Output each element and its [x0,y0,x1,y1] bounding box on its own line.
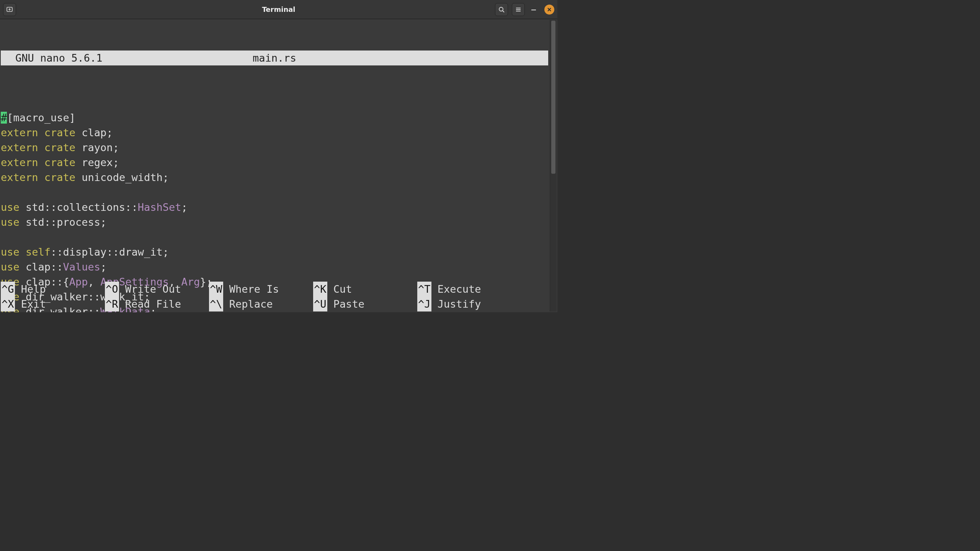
help-key: ^K [313,282,327,297]
help-key: ^G [1,282,15,297]
code-token: use [1,216,20,228]
help-item: ^J Justify [417,297,521,311]
help-key: ^R [105,297,119,311]
code-line[interactable]: extern crate regex; [1,155,548,170]
search-icon [498,6,505,13]
new-tab-icon [6,6,13,13]
titlebar-right [492,3,557,16]
help-item: ^X Exit [1,297,105,311]
help-label: Read File [119,297,181,311]
code-token: std::process; [20,216,107,228]
help-key: ^O [105,282,119,297]
code-token: extern [1,127,38,139]
code-line[interactable]: extern crate unicode_width; [1,170,548,185]
help-label: Execute [431,282,481,297]
help-key: ^W [209,282,223,297]
code-line[interactable]: use std::process; [1,215,548,230]
code-token: crate [44,156,75,168]
help-label: Replace [223,297,273,311]
code-line[interactable]: #[macro_use] [1,110,548,125]
help-label: Paste [327,297,365,311]
help-row: ^X Exit^R Read File^\ Replace^U Paste^J … [1,297,548,311]
help-item: ^O Write Out [105,282,209,297]
code-token: regex; [75,156,119,168]
svg-line-4 [503,11,504,12]
hamburger-icon [515,6,522,13]
code-token: crate [44,127,75,139]
code-token: extern [1,142,38,153]
minimize-icon [530,5,537,12]
help-label: Exit [15,297,46,311]
new-tab-button[interactable] [3,3,16,16]
close-button[interactable] [544,5,554,15]
code-token [38,171,44,183]
help-label: Justify [431,297,481,311]
code-token: Values [63,261,101,273]
nano-header: GNU nano 5.6.1 main.rs [1,51,548,65]
help-item: ^K Cut [313,282,417,297]
help-label: Cut [327,282,352,297]
code-line[interactable] [1,185,548,200]
window-titlebar: Terminal [0,0,557,19]
search-button[interactable] [495,3,508,16]
code-token: crate [44,171,75,183]
code-token: unicode_width; [75,171,169,183]
code-line[interactable]: use self::display::draw_it; [1,245,548,259]
help-key: ^T [417,282,431,297]
code-token: # [1,112,7,124]
code-token: use [1,246,20,258]
help-key: ^X [1,297,15,311]
nano-filename: main.rs [1,51,548,65]
code-token: extern [1,171,38,183]
help-label: Where Is [223,282,279,297]
help-label: Write Out [119,282,181,297]
help-row: ^G Help^O Write Out^W Where Is^K Cut^T E… [1,282,548,297]
help-key: ^U [313,297,327,311]
terminal-pane: GNU nano 5.6.1 main.rs #[macro_use]exter… [0,19,557,312]
code-token: HashSet [138,201,181,213]
code-token: extern [1,156,38,168]
code-token [20,246,26,258]
minimize-button[interactable] [527,5,541,14]
code-token [1,186,7,198]
code-token [38,142,44,153]
code-token: ; [181,201,187,213]
code-token: self [26,246,51,258]
help-item: ^\ Replace [209,297,313,311]
menu-button[interactable] [512,3,525,16]
code-token [38,127,44,139]
code-token [38,156,44,168]
code-line[interactable]: use std::collections::HashSet; [1,200,548,215]
code-token: ::display::draw_it; [51,246,169,258]
help-label: Help [15,282,46,297]
code-token: rayon; [75,142,119,153]
code-token: ; [100,261,106,273]
help-item: ^T Execute [417,282,521,297]
nano-helpbar: ^G Help^O Write Out^W Where Is^K Cut^T E… [1,282,548,312]
terminal-content[interactable]: GNU nano 5.6.1 main.rs #[macro_use]exter… [1,21,548,312]
code-token: std::collections:: [20,201,138,213]
code-token: [macro_use] [7,112,75,124]
code-line[interactable] [1,230,548,245]
code-line[interactable]: use clap::Values; [1,259,548,274]
help-key: ^\ [209,297,223,311]
help-key: ^J [417,297,431,311]
help-item: ^U Paste [313,297,417,311]
help-item: ^W Where Is [209,282,313,297]
svg-point-3 [499,7,503,11]
code-token: use [1,201,20,213]
code-token: clap:: [20,261,63,273]
scrollbar[interactable] [550,20,557,311]
code-token: crate [44,142,75,153]
code-line[interactable]: extern crate clap; [1,125,548,140]
window-title: Terminal [0,5,557,13]
code-token [1,231,7,243]
code-line[interactable]: extern crate rayon; [1,140,548,155]
help-item: ^R Read File [105,297,209,311]
scrollbar-thumb[interactable] [551,21,555,174]
close-icon [547,7,552,12]
code-token: clap; [75,127,113,139]
code-token: use [1,261,20,273]
help-item: ^G Help [1,282,105,297]
